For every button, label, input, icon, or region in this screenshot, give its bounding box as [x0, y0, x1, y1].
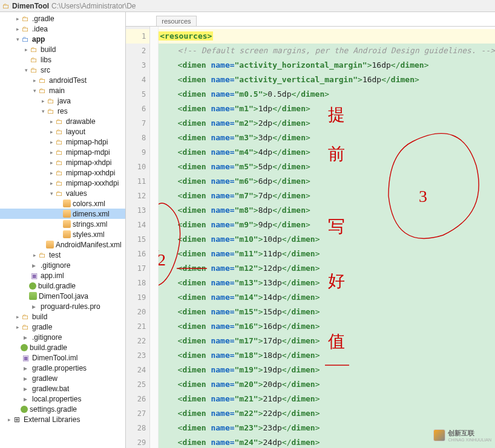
- tree-item[interactable]: ▸proguard-rules.pro: [0, 301, 125, 311]
- line-number: 11: [126, 174, 149, 189]
- tree-label: strings.xml: [73, 220, 107, 229]
- tree-arrow-icon[interactable]: ▸: [48, 139, 54, 145]
- tree-label: app: [32, 35, 45, 44]
- watermark: 创新互联 CHINAG XINHUULIAN: [433, 429, 491, 442]
- code-content[interactable]: 2 提 前 写 好 值 3 <resources> <!-- Default s…: [159, 27, 495, 448]
- tree-item[interactable]: build.gradle: [0, 342, 125, 352]
- watermark-sub: CHINAG XINHUULIAN: [448, 438, 491, 442]
- tree-arrow-icon[interactable]: ▸: [15, 16, 21, 22]
- tree-item[interactable]: build.gradle: [0, 281, 125, 291]
- tree-label: DimenTool.iml: [32, 354, 77, 362]
- gradle-icon: [21, 344, 28, 351]
- tree-item[interactable]: ▸🗀drawable: [0, 116, 125, 126]
- code-line: <dimen name="m2">2dp</dimen>: [159, 116, 495, 131]
- tree-arrow-icon[interactable]: ▸: [31, 252, 38, 258]
- tree-arrow-icon[interactable]: ▾: [15, 36, 21, 42]
- tree-arrow-icon[interactable]: ▾: [23, 67, 29, 73]
- tab-resources[interactable]: resources: [156, 16, 196, 26]
- tree-item[interactable]: ▸🗀layout: [0, 126, 125, 137]
- line-number: 29: [126, 435, 149, 448]
- tree-item[interactable]: ▾🗀values: [0, 188, 125, 198]
- line-number: 14: [126, 218, 149, 232]
- tree-item[interactable]: strings.xml: [0, 219, 125, 229]
- line-number: 16: [126, 247, 149, 261]
- line-number: 10: [126, 160, 149, 174]
- tree-item[interactable]: ▸🗀test: [0, 250, 125, 260]
- tree-item[interactable]: 🗀libs: [0, 54, 125, 65]
- tree-arrow-icon[interactable]: ▸: [48, 180, 54, 186]
- line-number: 12: [126, 189, 149, 203]
- tree-arrow-icon[interactable]: ▸: [6, 417, 12, 423]
- line-number: 13: [126, 203, 149, 218]
- folder-icon: 🗀: [38, 76, 47, 85]
- tree-item[interactable]: ▾🗀main: [0, 85, 125, 96]
- tree-label: External Libraries: [24, 415, 80, 424]
- tree-arrow-icon[interactable]: ▸: [15, 324, 21, 330]
- tree-item[interactable]: ▸🗀.idea: [0, 24, 125, 34]
- tree-item[interactable]: ▸🗀gradle: [0, 322, 125, 332]
- tree-item[interactable]: ▣app.iml: [0, 270, 125, 281]
- tree-item[interactable]: colors.xml: [0, 198, 125, 209]
- tree-label: mipmap-hdpi: [66, 138, 108, 146]
- gradle-icon: [29, 282, 36, 290]
- tree-arrow-icon[interactable]: ▾: [31, 88, 38, 94]
- tree-arrow-icon[interactable]: ▸: [48, 170, 54, 176]
- tree-item[interactable]: ▸⊞External Libraries: [0, 414, 125, 424]
- xml-icon: [46, 241, 54, 248]
- tree-item[interactable]: ▸🗀mipmap-xxhdpi: [0, 167, 125, 178]
- tree-arrow-icon[interactable]: ▸: [15, 314, 21, 320]
- tree-item[interactable]: ▸🗀mipmap-xxxhdpi: [0, 178, 125, 188]
- tree-arrow-icon[interactable]: ▾: [48, 190, 54, 196]
- tree-item[interactable]: ▸gradlew: [0, 373, 125, 383]
- tree-label: build.gradle: [30, 343, 67, 352]
- tree-item[interactable]: ▸.gitignore: [0, 260, 125, 270]
- tree-item[interactable]: ▸local.properties: [0, 394, 125, 404]
- tree-item[interactable]: ▸gradle.properties: [0, 363, 125, 373]
- line-number: 4: [126, 73, 149, 87]
- tree-item[interactable]: ▾🗀app: [0, 34, 125, 44]
- tree-item[interactable]: DimenTool.java: [0, 291, 125, 301]
- tree-item[interactable]: ▸🗀mipmap-hdpi: [0, 137, 125, 147]
- tree-arrow-icon[interactable]: ▸: [23, 47, 29, 53]
- tree-item[interactable]: ▾🗀src: [0, 65, 125, 75]
- code-line: <dimen name="m14">14dp</dimen>: [159, 290, 495, 305]
- tree-item[interactable]: ▣DimenTool.iml: [0, 352, 125, 363]
- tree-arrow-icon[interactable]: ▸: [31, 77, 38, 83]
- code-line: <dimen name="m17">17dp</dimen>: [159, 334, 495, 348]
- tree-arrow-icon[interactable]: ▸: [48, 118, 54, 125]
- tree-item[interactable]: ▸🗀mipmap-mdpi: [0, 147, 125, 157]
- tree-item[interactable]: ▸.gitignore: [0, 332, 125, 342]
- tree-item[interactable]: ▾🗀res: [0, 106, 125, 116]
- folder-icon: 🗀: [2, 2, 10, 10]
- tree-arrow-icon[interactable]: ▸: [48, 149, 54, 155]
- tree-item[interactable]: ▸🗀build: [0, 311, 125, 322]
- line-number: 23: [126, 348, 149, 363]
- line-number: 6: [126, 102, 149, 116]
- tree-label: .gitignore: [41, 261, 70, 270]
- tree-arrow-icon[interactable]: ▸: [48, 160, 54, 166]
- tree-item[interactable]: ▸🗀java: [0, 96, 125, 106]
- tree-arrow-icon[interactable]: ▾: [40, 108, 46, 114]
- tree-item[interactable]: ▸🗀build: [0, 44, 125, 54]
- tree-item[interactable]: styles.xml: [0, 229, 125, 239]
- project-tree[interactable]: ▸🗀.gradle▸🗀.idea▾🗀app▸🗀build🗀libs▾🗀src▸🗀…: [0, 12, 126, 448]
- folder-icon: 🗀: [21, 24, 30, 34]
- line-gutter: 1234567891011121314151617181920212223242…: [126, 27, 150, 448]
- file-icon: ▸: [21, 384, 30, 394]
- tree-item[interactable]: ▸gradlew.bat: [0, 383, 125, 394]
- tree-item[interactable]: ▸🗀androidTest: [0, 75, 125, 85]
- tree-arrow-icon[interactable]: ▸: [15, 26, 21, 32]
- tree-item[interactable]: settings.gradle: [0, 404, 125, 414]
- tree-item[interactable]: AndroidManifest.xml: [0, 239, 125, 250]
- tree-item-selected[interactable]: dimens.xml: [0, 209, 125, 219]
- line-number: 28: [126, 421, 149, 435]
- code-line: <dimen name="m4">4dp</dimen>: [159, 145, 495, 160]
- file-icon: ▸: [21, 333, 30, 342]
- tree-arrow-icon[interactable]: ▸: [48, 129, 54, 135]
- tree-label: .gitignore: [32, 333, 62, 342]
- java-icon: [29, 292, 37, 300]
- tree-item[interactable]: ▸🗀mipmap-xhdpi: [0, 157, 125, 167]
- line-number: 17: [126, 261, 149, 276]
- tree-item[interactable]: ▸🗀.gradle: [0, 13, 125, 24]
- tree-arrow-icon[interactable]: ▸: [40, 98, 46, 104]
